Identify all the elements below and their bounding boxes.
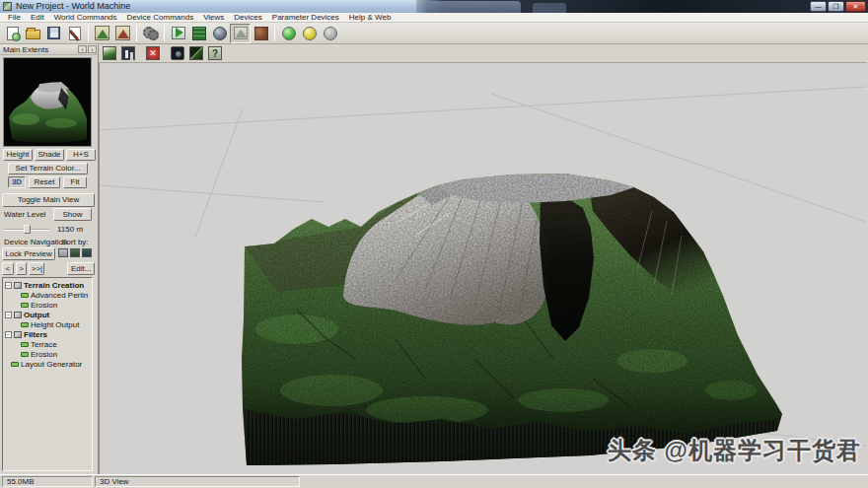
view-3d-toggle[interactable]: 3D <box>8 176 26 188</box>
water-level-slider[interactable] <box>4 225 49 234</box>
build-yellow-button[interactable] <box>299 24 320 43</box>
tree-group-terrain-creation[interactable]: − Terrain Creation <box>5 280 92 290</box>
menu-parameter-devices[interactable]: Parameter Devices <box>267 13 344 23</box>
background-window-strip <box>416 0 868 13</box>
save-world-button[interactable] <box>43 24 64 43</box>
toolbar-separator <box>88 26 89 41</box>
water-show-button[interactable]: Show <box>53 208 92 221</box>
sort-green-button[interactable] <box>70 248 80 257</box>
layout-view-button[interactable] <box>188 24 209 43</box>
menu-edit[interactable]: Edit <box>26 13 49 23</box>
slope-display-icon <box>189 46 203 60</box>
toolbar-separator <box>136 26 137 41</box>
menu-device-commands[interactable]: Device Commands <box>122 13 199 23</box>
terrain-device-button[interactable] <box>92 24 112 43</box>
collapse-icon[interactable]: − <box>5 312 12 318</box>
tree-item-layout-generator[interactable]: Layout Generator <box>5 359 92 369</box>
world-machine-window: New Project - World Machine — ❐ ✕ File E… <box>0 0 868 488</box>
view-3d-button[interactable] <box>230 24 251 43</box>
titlebar[interactable]: New Project - World Machine — ❐ ✕ <box>0 0 868 13</box>
sidebar: Main Extents ‹ › <box>0 44 99 474</box>
slider-thumb[interactable] <box>24 225 31 234</box>
collapse-icon[interactable]: − <box>5 282 12 289</box>
erosion-device-button[interactable] <box>112 24 133 43</box>
main-extents-title: Main Extents <box>0 45 78 54</box>
toggle-main-view-button[interactable]: Toggle Main View <box>2 193 95 207</box>
set-terrain-color-button[interactable]: Set Terrain Color... <box>8 163 88 174</box>
mountain-3d-icon <box>234 27 248 39</box>
reset-view-button[interactable]: Reset <box>29 176 60 188</box>
scene-objects-button[interactable] <box>119 45 137 62</box>
3d-viewport[interactable]: 头条 @机器学习干货君 <box>99 63 867 474</box>
tree-group-output[interactable]: − Output <box>5 310 92 319</box>
tree-item-height-output[interactable]: Height Output <box>5 319 92 329</box>
input-mode-button[interactable] <box>64 24 85 43</box>
extents-next-button[interactable]: › <box>88 45 97 53</box>
nav-next-button[interactable]: > <box>16 262 28 275</box>
window-title: New Project - World Machine <box>16 1 130 11</box>
preview-height-button[interactable]: Height <box>3 149 33 161</box>
sort-teal-button[interactable] <box>82 248 92 257</box>
lock-preview-button[interactable]: Lock Preview <box>2 247 55 260</box>
main-toolbar <box>0 23 868 44</box>
texture-browser-icon <box>254 27 268 40</box>
new-world-icon <box>7 27 19 40</box>
slope-display-button[interactable] <box>187 45 205 62</box>
world-display-icon <box>103 46 116 60</box>
menu-devices[interactable]: Devices <box>229 13 266 23</box>
sort-none-button[interactable] <box>58 248 68 257</box>
build-green-button[interactable] <box>278 24 299 43</box>
save-icon <box>47 27 60 39</box>
tree-item-erosion[interactable]: Erosion <box>5 300 92 310</box>
tree-item-advanced-perlin[interactable]: Advanced Perlin <box>5 290 92 300</box>
camera-button[interactable] <box>169 45 186 62</box>
build-world-button[interactable] <box>140 24 161 43</box>
menu-help-web[interactable]: Help & Web <box>344 13 397 23</box>
device-leaf-icon <box>11 362 19 367</box>
edit-device-button[interactable]: Edit... <box>67 262 95 275</box>
preview-shade-button[interactable]: Shade <box>35 149 64 161</box>
water-level-value: 1150 m <box>57 225 83 234</box>
yellow-sphere-icon <box>303 27 317 40</box>
open-world-button[interactable] <box>23 24 43 43</box>
toolbar-separator <box>164 26 165 41</box>
extents-prev-button[interactable]: ‹ <box>78 45 87 53</box>
menu-views[interactable]: Views <box>198 13 229 23</box>
nav-last-button[interactable]: >>| <box>29 262 44 275</box>
group-cube-icon <box>14 312 22 318</box>
terrain-render <box>100 63 867 474</box>
close-button[interactable]: ✕ <box>845 1 866 12</box>
nav-prev-button[interactable]: < <box>2 262 14 275</box>
fit-view-button[interactable]: Fit <box>63 176 87 188</box>
device-workview-button[interactable] <box>168 24 188 43</box>
red-mountain-icon <box>115 26 130 40</box>
tree-group-filters[interactable]: − Filters <box>5 329 92 339</box>
device-leaf-icon <box>21 322 29 327</box>
world-display-button[interactable] <box>101 45 118 62</box>
new-world-button[interactable] <box>2 24 23 43</box>
toolbar-separator <box>274 26 275 41</box>
reset-camera-button[interactable]: ✕ <box>144 45 162 62</box>
tree-item-terrace[interactable]: Terrace <box>5 339 92 349</box>
build-gray-button[interactable] <box>320 24 340 43</box>
group-cube-icon <box>14 331 22 338</box>
device-view-icon <box>172 27 185 39</box>
memory-usage: 55.0MB <box>2 476 93 487</box>
preview-hs-button[interactable]: H+S <box>66 149 96 161</box>
collapse-icon[interactable]: − <box>5 331 12 338</box>
terrain-preview[interactable] <box>3 57 92 147</box>
group-cube-icon <box>14 282 22 289</box>
device-leaf-icon <box>21 352 29 357</box>
scene-objects-icon <box>121 46 135 60</box>
menu-world-commands[interactable]: World Commands <box>49 13 122 23</box>
menu-file[interactable]: File <box>3 13 26 23</box>
minimize-button[interactable]: — <box>810 1 827 12</box>
maximize-button[interactable]: ❐ <box>828 1 844 12</box>
gears-icon <box>143 27 159 40</box>
tree-item-erosion-2[interactable]: Erosion <box>5 349 92 359</box>
browser-view-button[interactable] <box>251 24 271 43</box>
help-button[interactable]: ? <box>206 45 224 62</box>
globe-icon <box>213 27 227 40</box>
explorer-view-button[interactable] <box>209 24 230 43</box>
device-tree: − Terrain Creation Advanced Perlin Erosi… <box>2 277 93 471</box>
